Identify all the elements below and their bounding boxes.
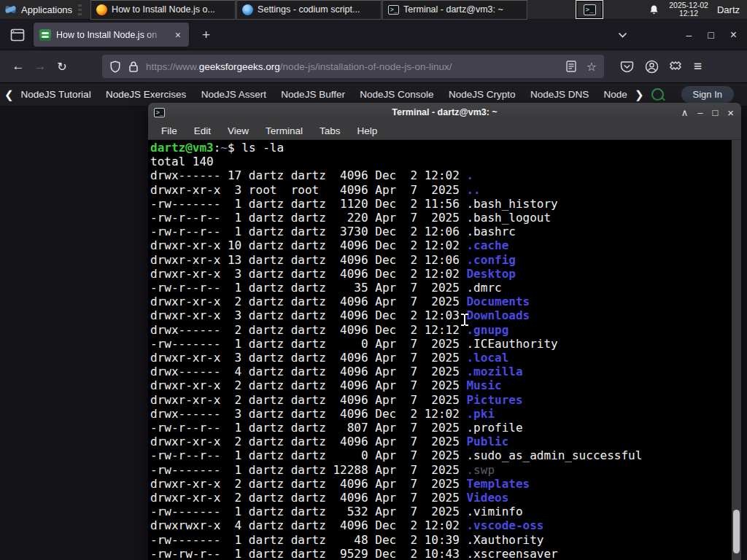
- browser-tab-active[interactable]: How to Install Node.js on ×: [34, 23, 189, 47]
- applications-label: Applications: [21, 4, 72, 15]
- taskbar-window-button[interactable]: Settings - codium script...: [236, 0, 382, 20]
- panel-separator: [78, 4, 82, 15]
- firefox-view-button[interactable]: [9, 26, 26, 44]
- maximize-button[interactable]: □: [708, 29, 713, 41]
- menu-view[interactable]: View: [228, 125, 249, 136]
- taskbar-window-button[interactable]: Terminal - dartz@vm3: ~: [382, 0, 527, 20]
- ls-row-meta: drwxr-xr-x 2 dartz dartz 4096 Apr 7 2025: [150, 378, 466, 392]
- minimize-button[interactable]: –: [686, 29, 692, 41]
- forward-button[interactable]: →: [29, 55, 51, 77]
- user-menu-button[interactable]: Dartz: [717, 4, 740, 15]
- terminal-launcher-button[interactable]: [576, 0, 603, 19]
- ls-row-filename: .ICEauthority: [466, 337, 557, 351]
- prompt-command: $ ls -la: [228, 141, 284, 155]
- menu-button[interactable]: ≡: [694, 58, 701, 74]
- gfg-nav-link[interactable]: NodeJS Console: [360, 89, 433, 100]
- nav-scroll-right-icon[interactable]: ❯: [630, 88, 649, 101]
- terminal-ls-row: -rw-r--r-- 1 dartz dartz 3730 Dec 2 12:0…: [150, 225, 731, 238]
- pocket-icon[interactable]: [620, 60, 634, 74]
- menu-tabs[interactable]: Tabs: [320, 125, 341, 136]
- terminal-icon: [388, 5, 399, 15]
- ls-row-meta: drwx------ 17 dartz dartz 4096 Dec 2 12:…: [150, 168, 466, 182]
- urlbar-actions: ☆: [566, 60, 597, 74]
- shade-button[interactable]: ∧: [681, 108, 689, 117]
- reader-view-icon[interactable]: [566, 61, 576, 72]
- terminal-title-bar[interactable]: Terminal - dartz@vm3: ~ ∧ – □ ×: [148, 103, 741, 122]
- ls-row-filename: .viminfo: [466, 505, 522, 518]
- close-button[interactable]: ×: [730, 28, 737, 42]
- terminal-ls-row: drwxr-xr-x 10 dartz dartz 4096 Dec 2 12:…: [150, 238, 731, 252]
- gfg-nav-link[interactable]: Node: [604, 89, 627, 100]
- prompt-separator: :: [214, 141, 221, 155]
- scrollbar-thumb[interactable]: [733, 510, 740, 553]
- list-tabs-chevron-icon[interactable]: [618, 32, 627, 38]
- search-icon[interactable]: [651, 88, 664, 101]
- nav-scroll-left-icon[interactable]: ❮: [0, 88, 18, 101]
- ls-row-filename: Desktop: [466, 267, 515, 281]
- firefox-view-icon: [10, 28, 25, 42]
- menu-terminal[interactable]: Terminal: [266, 125, 303, 136]
- lock-icon[interactable]: [128, 61, 139, 73]
- ls-row-meta: -rw-r--r-- 1 dartz dartz 220 Apr 7 2025: [150, 211, 466, 225]
- codium-icon: [242, 4, 253, 15]
- terminal-ls-row: -rw------- 1 dartz dartz 532 Apr 7 2025 …: [150, 505, 731, 518]
- gfg-nav-link[interactable]: NodeJS DNS: [530, 89, 589, 100]
- maximize-button[interactable]: □: [712, 108, 718, 117]
- bookmark-star-icon[interactable]: ☆: [587, 60, 597, 74]
- gfg-nav-link[interactable]: NodeJS Crypto: [449, 89, 516, 100]
- reload-button[interactable]: ↻: [51, 60, 73, 74]
- ls-row-filename: .bashrc: [466, 225, 515, 238]
- gfg-nav-link[interactable]: NodeJS Exercises: [106, 89, 186, 100]
- ls-row-filename: .xscreensaver: [466, 547, 557, 560]
- terminal-ls-row: -rw------- 1 dartz dartz 12288 Apr 7 202…: [150, 463, 731, 477]
- gfg-nav-link[interactable]: NodeJS Tutorial: [21, 89, 91, 100]
- tab-close-icon[interactable]: ×: [173, 28, 183, 42]
- top-panel: Applications How to Install Node.js o...…: [0, 0, 747, 20]
- notifications-button[interactable]: [644, 0, 663, 20]
- url-text: https://www.geeksforgeeks.org/node-js/in…: [146, 61, 560, 72]
- applications-menu-button[interactable]: Applications: [0, 0, 88, 20]
- scrollbar-track[interactable]: [732, 140, 741, 560]
- menu-edit[interactable]: Edit: [194, 125, 211, 136]
- ls-row-meta: drwxr-xr-x 2 dartz dartz 4096 Apr 7 2025: [150, 477, 466, 491]
- address-bar[interactable]: https://www.geeksforgeeks.org/node-js/in…: [102, 55, 604, 78]
- ls-row-filename: Music: [466, 378, 501, 392]
- gfg-nav-link[interactable]: NodeJS Assert: [201, 89, 266, 100]
- terminal-ls-row: drwxr-xr-x 3 dartz dartz 4096 Apr 7 2025…: [150, 351, 731, 365]
- tracking-shield-icon[interactable]: [109, 61, 121, 73]
- ls-row-meta: -rw------- 1 dartz dartz 1120 Dec 2 11:5…: [150, 197, 466, 211]
- ls-row-filename: .: [466, 168, 473, 182]
- ls-row-meta: drwx------ 2 dartz dartz 4096 Dec 2 12:1…: [150, 323, 466, 337]
- sign-in-button[interactable]: Sign In: [681, 86, 734, 103]
- terminal-ls-row: drwxrwxr-x 4 dartz dartz 4096 Dec 2 12:0…: [150, 518, 731, 532]
- taskbar-window-title: Terminal - dartz@vm3: ~: [403, 4, 522, 15]
- minimize-button[interactable]: –: [697, 108, 703, 117]
- menu-help[interactable]: Help: [357, 125, 378, 136]
- ls-row-filename: .config: [466, 253, 515, 267]
- ls-row-meta: drwxr-xr-x 3 dartz dartz 4096 Dec 2 12:0…: [150, 267, 466, 281]
- new-tab-button[interactable]: +: [198, 27, 214, 43]
- menu-file[interactable]: File: [161, 125, 177, 136]
- ls-row-filename: .sudo_as_admin_successful: [466, 448, 642, 462]
- window-controls: – □ ×: [618, 28, 747, 42]
- toolbar-right-icons: ≡: [620, 58, 701, 74]
- ls-row-meta: drwxr-xr-x 2 dartz dartz 4096 Apr 7 2025: [150, 393, 466, 407]
- taskbar: How to Install Node.js o...Settings - co…: [90, 0, 528, 20]
- terminal-output-area[interactable]: dartz@vm3:~$ ls -latotal 140drwx------ 1…: [148, 140, 741, 560]
- terminal-ls-row: -rw-r--r-- 1 dartz dartz 35 Apr 7 2025 .…: [150, 281, 731, 295]
- terminal-ls-row: -rw------- 1 dartz dartz 0 Apr 7 2025 .I…: [150, 337, 731, 351]
- account-icon[interactable]: [645, 60, 659, 74]
- clock[interactable]: 2025-12-02 12:12: [669, 1, 708, 18]
- ls-row-meta: -rw------- 1 dartz dartz 48 Dec 2 10:39: [150, 533, 466, 547]
- close-button[interactable]: ×: [727, 108, 734, 117]
- extensions-icon[interactable]: [670, 60, 683, 73]
- terminal-window: Terminal - dartz@vm3: ~ ∧ – □ × FileEdit…: [148, 103, 741, 560]
- ls-row-meta: drwxr-xr-x 3 dartz dartz 4096 Apr 7 2025: [150, 351, 466, 365]
- ls-row-meta: drwxr-xr-x 13 dartz dartz 4096 Dec 2 12:…: [150, 253, 466, 267]
- gfg-nav-link[interactable]: NodeJS Buffer: [281, 89, 345, 100]
- ls-row-filename: .mozilla: [466, 365, 522, 378]
- back-button[interactable]: ←: [7, 55, 29, 77]
- terminal-ls-row: -rw-r--r-- 1 dartz dartz 807 Apr 7 2025 …: [150, 421, 731, 435]
- taskbar-window-button[interactable]: How to Install Node.js o...: [90, 0, 236, 20]
- terminal-window-controls: ∧ – □ ×: [681, 103, 734, 122]
